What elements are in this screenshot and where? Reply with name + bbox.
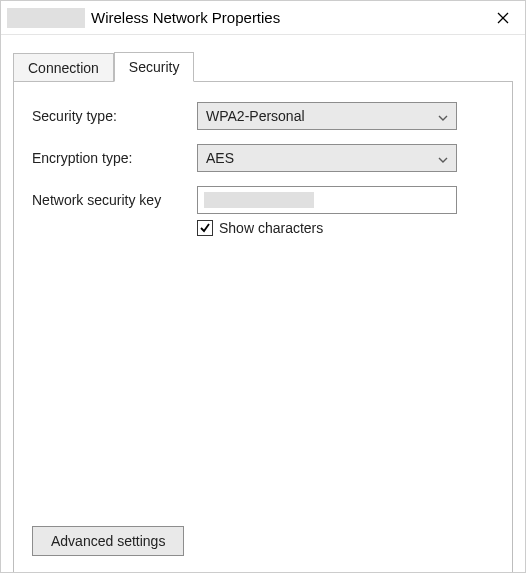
window-title: Wireless Network Properties (91, 9, 480, 26)
advanced-settings-button[interactable]: Advanced settings (32, 526, 184, 556)
security-type-value: WPA2-Personal (206, 108, 305, 124)
encryption-type-select[interactable]: AES (197, 144, 457, 172)
tab-security-label: Security (129, 59, 180, 75)
advanced-settings-label: Advanced settings (51, 533, 165, 549)
titlebar: Wireless Network Properties (1, 1, 525, 35)
close-icon (497, 12, 509, 24)
chevron-down-icon (438, 150, 448, 166)
chevron-down-icon (438, 108, 448, 124)
encryption-type-value: AES (206, 150, 234, 166)
network-key-label: Network security key (32, 192, 197, 208)
network-key-redacted (204, 192, 314, 208)
security-type-label: Security type: (32, 108, 197, 124)
show-characters-checkbox[interactable] (197, 220, 213, 236)
close-button[interactable] (480, 1, 525, 35)
tab-connection-label: Connection (28, 60, 99, 76)
security-type-select[interactable]: WPA2-Personal (197, 102, 457, 130)
checkmark-icon (199, 222, 211, 234)
tab-connection[interactable]: Connection (13, 53, 114, 82)
titlebar-icon-placeholder (7, 8, 85, 28)
show-characters-label: Show characters (219, 220, 323, 236)
tab-panel-security: Security type: WPA2-Personal Encryption … (13, 81, 513, 573)
tab-bar: Connection Security (13, 51, 513, 81)
network-security-key-input[interactable] (197, 186, 457, 214)
tab-security[interactable]: Security (114, 52, 195, 82)
encryption-type-label: Encryption type: (32, 150, 197, 166)
